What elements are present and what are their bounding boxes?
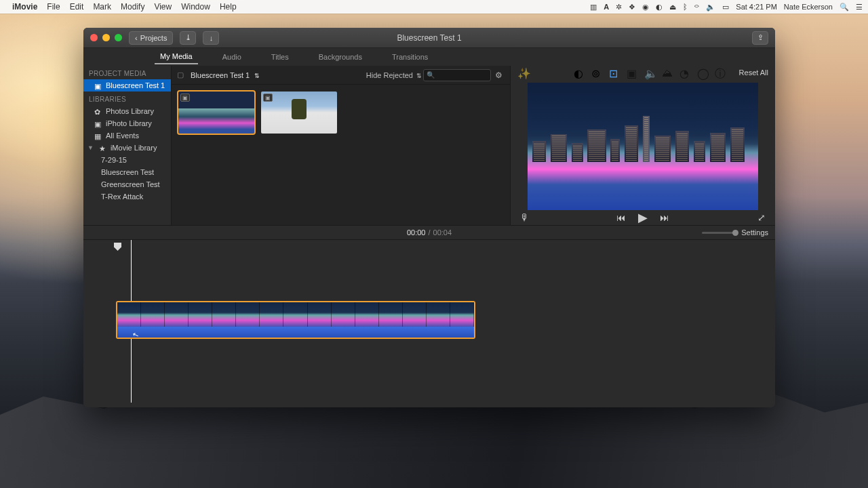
chevron-left-icon: ‹ (135, 34, 138, 42)
grid-toggle-icon[interactable]: ▢ (177, 70, 184, 79)
color-balance-icon[interactable]: ◐ (574, 67, 585, 78)
photo-badge-icon: ▣ (263, 94, 273, 102)
spotlight-icon[interactable]: 🔍 (840, 3, 849, 12)
menubar-user[interactable]: Nate Eckerson (784, 3, 833, 11)
sidebar-item-label: Photos Library (106, 107, 154, 115)
media-clip-skyline[interactable]: ▣ (178, 92, 254, 134)
grid-icon: ▦ (94, 132, 102, 140)
media-thumbnails: ▣ ▣ (172, 85, 510, 140)
menubar-extra-icon[interactable]: ◐ (656, 3, 663, 12)
sidebar-iphoto-library[interactable]: ▣ iPhoto Library (83, 117, 171, 129)
menu-window[interactable]: Window (181, 2, 210, 12)
fullscreen-icon[interactable]: ⤢ (757, 212, 766, 223)
app-menu[interactable]: iMovie (12, 2, 37, 12)
info-icon[interactable]: ⓘ (715, 67, 726, 78)
sidebar-event-729[interactable]: 7-29-15 (83, 154, 171, 166)
play-button[interactable]: ▶ (638, 210, 648, 225)
menu-view[interactable]: View (154, 2, 172, 12)
stabilization-icon[interactable]: ▣ (627, 67, 637, 78)
projects-back-button[interactable]: ‹ Projects (129, 31, 173, 45)
sidebar-item-label: Bluescreen Test 1 (106, 81, 165, 89)
menubar-extra-icon[interactable]: ✲ (616, 3, 622, 12)
sidebar-event-trex[interactable]: T-Rex Attack (83, 190, 171, 203)
menubar-extra-icon[interactable]: A (604, 3, 609, 11)
menu-modify[interactable]: Modify (121, 2, 144, 12)
event-name-dropdown[interactable]: Bluescreen Test 1 ⇅ (191, 71, 260, 79)
titlebar[interactable]: ‹ Projects ⤓ ↓ Bluescreen Test 1 ⇪ (83, 28, 775, 48)
enhance-wand-icon[interactable]: ✨ (517, 67, 528, 78)
menu-file[interactable]: File (47, 2, 60, 12)
tab-transitions[interactable]: Transitions (387, 50, 433, 64)
timeline-clip[interactable] (116, 301, 475, 339)
sidebar-event-bluescreen[interactable]: Bluescreen Test (83, 166, 171, 178)
sidebar-all-events[interactable]: ▦ All Events (83, 129, 171, 142)
imovie-window: ‹ Projects ⤓ ↓ Bluescreen Test 1 ⇪ My Me… (83, 28, 775, 407)
current-time: 00:00 (407, 228, 426, 237)
menubar-extra-icon[interactable]: ⏏ (669, 3, 676, 12)
menu-edit[interactable]: Edit (70, 2, 84, 12)
crop-icon[interactable]: ⊡ (609, 67, 620, 78)
tab-titles[interactable]: Titles (266, 50, 294, 64)
settings-button[interactable]: Settings (741, 228, 768, 237)
sidebar-item-label: iMovie Library (111, 144, 157, 152)
project-media-header: PROJECT MEDIA (83, 66, 171, 79)
noise-reduction-icon[interactable]: ⛰ (662, 67, 673, 78)
volume-icon[interactable]: 🔈 (706, 3, 715, 12)
speed-icon[interactable]: ◔ (679, 67, 690, 78)
sidebar-event-greenscreen[interactable]: Greenscreen Test (83, 178, 171, 190)
volume-icon[interactable]: 🔈 (644, 67, 655, 78)
media-browser: ▢ Bluescreen Test 1 ⇅ Hide Rejected ⇅ 🔍 … (172, 66, 511, 225)
menu-help[interactable]: Help (220, 2, 237, 12)
library-sidebar: PROJECT MEDIA ▣ Bluescreen Test 1 LIBRAR… (83, 66, 172, 225)
reset-all-button[interactable]: Reset All (739, 68, 768, 77)
media-toolbar: ▢ Bluescreen Test 1 ⇅ Hide Rejected ⇅ 🔍 … (172, 66, 510, 85)
menubar-extra-icon[interactable]: ❖ (629, 3, 635, 12)
tab-backgrounds[interactable]: Backgrounds (313, 50, 368, 64)
media-clip-lego[interactable]: ▣ (261, 92, 337, 134)
share-button[interactable]: ⇪ (752, 31, 768, 45)
color-correction-icon[interactable]: ⊚ (591, 67, 602, 78)
browser-tabs: My Media Audio Titles Backgrounds Transi… (83, 48, 775, 66)
menubar-extra-icon[interactable]: ◉ (642, 3, 649, 12)
timecode-bar: 00:00 / 00:04 Settings (83, 225, 775, 240)
menubar-clock[interactable]: Sat 4:21 PM (736, 3, 777, 11)
download-button[interactable]: ↓ (203, 31, 219, 45)
sidebar-photos-library[interactable]: ✿ Photos Library (83, 105, 171, 117)
preview-pane: ✨ ◐ ⊚ ⊡ ▣ 🔈 ⛰ ◔ ◯ ⓘ Reset All (511, 66, 775, 225)
import-media-button[interactable]: ⤓ (180, 31, 196, 45)
minimize-window-button[interactable] (102, 34, 110, 41)
playback-controls: 🎙 ⏮ ▶ ⏭ ⤢ (511, 210, 775, 225)
close-window-button[interactable] (90, 34, 98, 41)
total-time: 00:04 (433, 228, 452, 237)
zoom-slider[interactable] (702, 232, 736, 234)
search-input[interactable]: 🔍 (423, 69, 491, 81)
wifi-icon[interactable]: ⌔ (694, 3, 699, 11)
window-controls (90, 34, 122, 41)
playhead[interactable] (114, 243, 121, 251)
settings-gear-button[interactable]: ⚙ (492, 69, 505, 81)
tab-audio[interactable]: Audio (217, 50, 247, 64)
timeline[interactable]: ↖ (83, 240, 775, 407)
preview-viewer[interactable] (511, 79, 775, 210)
next-frame-button[interactable]: ⏭ (660, 212, 669, 223)
projects-label: Projects (140, 34, 167, 42)
bluetooth-icon[interactable]: ᛒ (683, 3, 688, 11)
prev-frame-button[interactable]: ⏮ (616, 212, 626, 223)
menu-mark[interactable]: Mark (93, 2, 111, 12)
clip-filmstrip (117, 302, 474, 328)
sidebar-imovie-library[interactable]: ▼ ★ iMovie Library (83, 142, 171, 154)
voiceover-mic-icon[interactable]: 🎙 (520, 212, 530, 223)
preview-toolbar: ✨ ◐ ⊚ ⊡ ▣ 🔈 ⛰ ◔ ◯ ⓘ Reset All (511, 66, 775, 79)
battery-icon[interactable]: ▭ (722, 3, 729, 12)
menubar-extra-icon[interactable]: ▥ (590, 3, 597, 12)
disclosure-triangle-icon[interactable]: ▼ (87, 144, 94, 151)
tab-my-media[interactable]: My Media (155, 49, 198, 64)
notification-center-icon[interactable]: ☰ (856, 3, 863, 12)
zoom-window-button[interactable] (115, 34, 122, 41)
libraries-header: LIBRARIES (83, 92, 171, 105)
sidebar-project-item[interactable]: ▣ Bluescreen Test 1 (83, 79, 171, 92)
preview-image (528, 83, 758, 210)
filter-dropdown[interactable]: Hide Rejected ⇅ (366, 71, 422, 79)
flower-icon: ✿ (94, 108, 102, 115)
clip-filter-icon[interactable]: ◯ (697, 67, 708, 78)
